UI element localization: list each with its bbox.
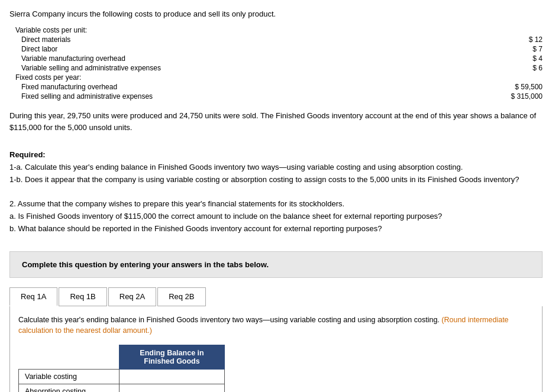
- cost-label: Fixed manufacturing overhead: [21, 83, 495, 91]
- required-line: 2. Assume that the company wishes to pre…: [9, 198, 543, 210]
- cost-value: $ 6: [495, 64, 543, 72]
- fixed-header-row: Fixed costs per year:: [15, 73, 543, 82]
- row-label: Absorption costing: [19, 384, 120, 392]
- required-lines: 1-a. Calculate this year's ending balanc…: [9, 161, 543, 235]
- cost-value: $ 7: [495, 45, 543, 53]
- tab-req2b[interactable]: Req 2B: [157, 287, 205, 306]
- tab-req1a[interactable]: Req 1A: [9, 287, 57, 306]
- variable-items: Direct materials $ 12 Direct labor $ 7 V…: [9, 35, 543, 73]
- tab-req1b[interactable]: Req 1B: [59, 287, 106, 306]
- row-label: Variable costing: [19, 370, 120, 384]
- description-text: During this year, 29,750 units were prod…: [9, 110, 543, 133]
- cost-label: Variable manufacturing overhead: [21, 54, 495, 63]
- tab-req2a[interactable]: Req 2A: [108, 287, 156, 306]
- cost-label: Fixed selling and administrative expense…: [21, 92, 495, 101]
- cost-label: Direct materials: [21, 35, 495, 44]
- variable-header: Variable costs per unit:: [15, 26, 543, 34]
- cost-value: $ 59,500: [495, 83, 543, 91]
- required-block: Required: 1-a. Calculate this year's end…: [9, 149, 543, 235]
- fixed-items: Fixed manufacturing overhead $ 59,500 Fi…: [9, 82, 543, 101]
- row-input-cell[interactable]: [120, 384, 225, 392]
- required-title: Required:: [9, 150, 46, 159]
- cost-value: $ 4: [495, 54, 543, 63]
- complete-box-text: Complete this question by entering your …: [22, 260, 269, 269]
- fixed-cost-row: Fixed selling and administrative expense…: [9, 92, 543, 101]
- tabs-list: Req 1AReq 1BReq 2AReq 2B: [9, 287, 207, 306]
- answer-table: Ending Balance inFinished Goods Variable…: [18, 345, 225, 392]
- complete-box: Complete this question by entering your …: [9, 251, 543, 278]
- cost-label: Variable selling and administrative expe…: [21, 64, 495, 72]
- variable-cost-row: Direct labor $ 7: [9, 44, 543, 54]
- answer-input-0[interactable]: [125, 372, 218, 381]
- variable-header-row: Variable costs per unit:: [15, 25, 543, 35]
- required-line: b. What balance should be reported in th…: [9, 223, 543, 235]
- required-line: 1-b. Does it appear that the company is …: [9, 174, 543, 186]
- required-line: 1-a. Calculate this year's ending balanc…: [9, 161, 543, 174]
- variable-cost-row: Direct materials $ 12: [9, 35, 543, 44]
- cost-label: Direct labor: [21, 45, 495, 53]
- cost-section: Variable costs per unit: Direct material…: [9, 25, 543, 101]
- answer-row: Absorption costing: [19, 384, 225, 392]
- fixed-cost-row: Fixed manufacturing overhead $ 59,500: [9, 82, 543, 92]
- answer-input-1[interactable]: [125, 387, 218, 392]
- intro-text: Sierra Company incurs the following cost…: [9, 9, 543, 18]
- tab-instruction: Calculate this year's ending balance in …: [18, 315, 534, 337]
- variable-cost-row: Variable selling and administrative expe…: [9, 63, 543, 73]
- cost-value: $ 12: [495, 35, 543, 44]
- variable-cost-row: Variable manufacturing overhead $ 4: [9, 54, 543, 63]
- instruction-main: Calculate this year's ending balance in …: [18, 316, 440, 324]
- row-input-cell[interactable]: [120, 370, 225, 384]
- cost-value: $ 315,000: [495, 92, 543, 101]
- fixed-header: Fixed costs per year:: [15, 73, 543, 82]
- answer-row: Variable costing: [19, 370, 225, 384]
- ending-balance-header: Ending Balance inFinished Goods: [120, 345, 225, 370]
- tab-content-area: Calculate this year's ending balance in …: [9, 306, 543, 392]
- tabs-container: Req 1AReq 1BReq 2AReq 2B: [9, 287, 543, 306]
- empty-header: [19, 345, 120, 370]
- required-line: a. Is Finished Goods inventory of $115,0…: [9, 210, 543, 223]
